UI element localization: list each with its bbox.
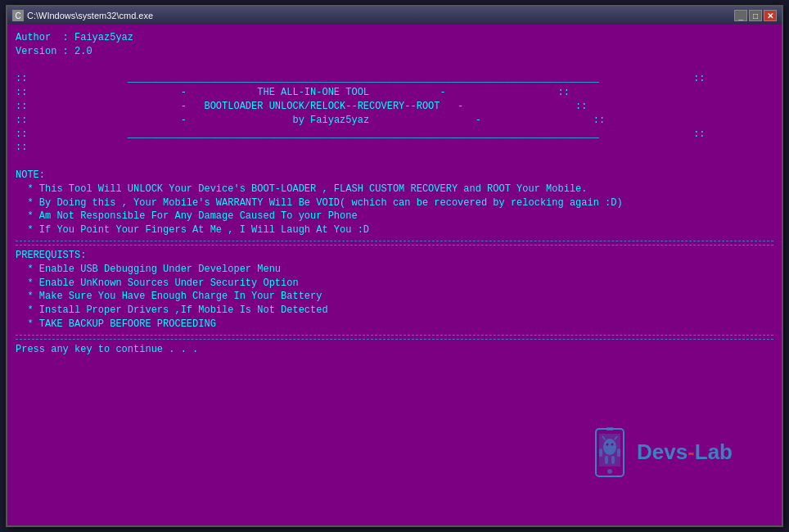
header-col4: :: - by Faiyaz5yaz - :: xyxy=(16,115,605,126)
prereq3: * Make Sure You Have Enough Charge In Yo… xyxy=(27,291,322,302)
prereq2: * Enable UnKnown Sources Under Security … xyxy=(27,277,298,289)
maximize-button[interactable]: □ xyxy=(749,10,762,21)
watermark-brand: Devs-Lab xyxy=(637,440,733,465)
tool-label: THE ALL-IN-ONE TOOL xyxy=(257,87,369,98)
watermark-devs: Devs xyxy=(637,440,688,464)
divider-bottom2 xyxy=(16,339,773,340)
header-col3: :: - BOOTLOADER UNLOCK/RELOCK--RECOVERY-… xyxy=(16,101,588,112)
press-key-content: Press any key to continue . . . xyxy=(16,343,773,357)
cmd-window: C C:\WIndows\system32\cmd.exe _ □ ✕ Auth… xyxy=(6,5,783,527)
cmd-icon: C xyxy=(12,10,24,21)
svg-point-2 xyxy=(607,469,612,474)
watermark-dash: - xyxy=(688,440,695,464)
svg-point-4 xyxy=(603,439,616,455)
console-area: Author : Faiyaz5yaz Version : 2.0 :: ___… xyxy=(7,25,782,525)
press-any-key: Press any key to continue . . . xyxy=(16,344,198,355)
note2: * By Doing this , Your Mobile's WARRANTY… xyxy=(27,197,622,209)
note4: * If You Point Your Fingers At Me , I Wi… xyxy=(27,224,369,236)
divider-bottom xyxy=(16,335,773,336)
note1: * This Tool Will UNLOCK Your Device's BO… xyxy=(27,183,587,195)
svg-rect-9 xyxy=(599,449,602,457)
header-dashes2: ________________________________________… xyxy=(128,128,599,140)
prereq-content: PREREQUISTS: * Enable USB Debugging Unde… xyxy=(16,249,773,331)
prereq4: * Install Proper Drivers ,If Mobile Is N… xyxy=(27,304,327,316)
prereq-heading: PREREQUISTS: xyxy=(16,250,86,261)
close-button[interactable]: ✕ xyxy=(764,10,777,21)
bootloader-label: BOOTLOADER UNLOCK/RELOCK--RECOVERY--ROOT xyxy=(204,101,440,112)
title-bar-left: C C:\WIndows\system32\cmd.exe xyxy=(12,10,153,21)
prereq5: * TAKE BACKUP BEFOORE PROCEEDING xyxy=(27,318,215,330)
watermark-icon xyxy=(589,427,630,476)
author-line: Author : Faiyaz5yaz xyxy=(16,32,133,43)
console-content: Author : Faiyaz5yaz Version : 2.0 :: ___… xyxy=(16,31,773,237)
svg-point-5 xyxy=(606,444,608,446)
note-heading: NOTE: xyxy=(16,169,45,181)
note3: * Am Not Responsible For Any Damage Caus… xyxy=(27,210,357,222)
header-col2: :: - THE ALL-IN-ONE TOOL - :: xyxy=(16,87,570,98)
window-controls[interactable]: _ □ ✕ xyxy=(734,10,777,21)
header-col1: :: _____________________________________… xyxy=(16,73,706,84)
svg-rect-12 xyxy=(611,456,615,464)
divider-top xyxy=(16,241,773,241)
prereq1: * Enable USB Debugging Under Developer M… xyxy=(27,264,281,275)
header-dashes1: ________________________________________… xyxy=(128,73,599,84)
divider-top2 xyxy=(16,245,773,246)
header-col5: :: _____________________________________… xyxy=(16,128,706,140)
watermark-lab: Lab xyxy=(695,440,733,464)
minimize-button[interactable]: _ xyxy=(734,10,747,21)
svg-rect-10 xyxy=(617,449,620,457)
svg-rect-3 xyxy=(606,427,613,431)
by-label: by Faiyaz5yaz xyxy=(292,115,369,126)
title-bar: C C:\WIndows\system32\cmd.exe _ □ ✕ xyxy=(7,7,782,25)
svg-rect-11 xyxy=(605,456,608,464)
watermark: Devs-Lab xyxy=(589,427,733,476)
version-line: Version : 2.0 xyxy=(16,46,92,57)
svg-point-6 xyxy=(611,444,613,446)
header-col6: :: xyxy=(16,142,27,153)
window-title: C:\WIndows\system32\cmd.exe xyxy=(27,11,153,20)
